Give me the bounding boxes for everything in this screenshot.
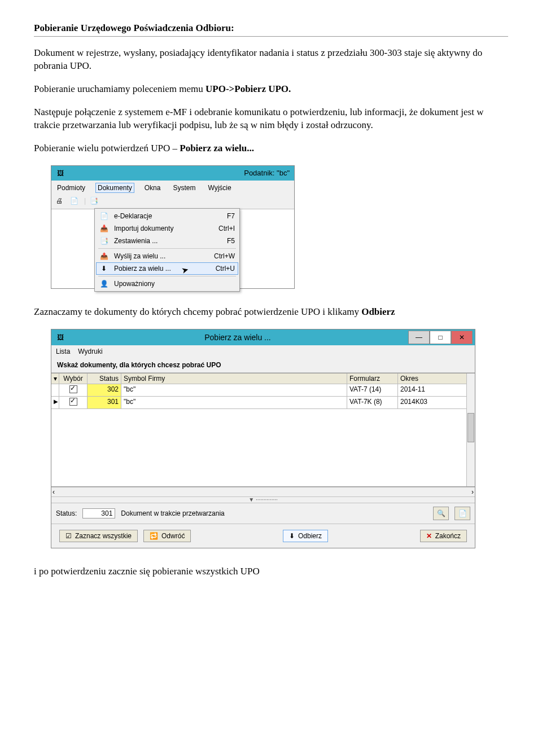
status-text: Dokument w trakcie przetwarzania [121, 509, 224, 517]
menu-item-label: e-Deklaracje [114, 212, 152, 220]
horizontal-scrollbar[interactable]: ‹ › [51, 487, 475, 496]
paragraph-2-bold: UPO->Pobierz UPO. [206, 83, 291, 94]
select-all-button[interactable]: ☑ Zaznacz wszystkie [59, 530, 138, 542]
table-row[interactable]: ▶ 301 "bc" VAT-7K (8) 2014K03 [51, 397, 475, 409]
status-bar: Status: 301 Dokument w trakcie przetwarz… [51, 503, 475, 524]
toolbar: 🖨 📄 | 📑 [51, 195, 294, 209]
app-window-menu: 🖼 Podatnik: "bc" Podmioty Dokumenty Okna… [51, 165, 295, 289]
col-symbol-firmy[interactable]: Symbol Firmy [121, 373, 347, 384]
paragraph-5-bold: Odbierz [361, 306, 395, 317]
cell-form: VAT-7 (14) [347, 384, 398, 397]
vertical-scrollbar[interactable] [466, 373, 475, 486]
menu-wydruki[interactable]: Wydruki [78, 348, 102, 355]
menu-item-label: Wyślij za wielu ... [114, 252, 165, 260]
cell-okres: 2014-11 [398, 384, 475, 397]
close-button[interactable]: ✕ [451, 331, 473, 344]
menu-dokumenty[interactable]: Dokumenty [95, 183, 134, 193]
page-title: Pobieranie Urzędowego Poświadczenia Odbi… [34, 23, 508, 34]
invert-button[interactable]: 🔁 Odwróć [143, 530, 191, 542]
close-icon: ✕ [426, 532, 432, 540]
menu-item-wyslij[interactable]: 📤 Wyślij za wielu ... Ctrl+W [96, 250, 238, 262]
cell-checkbox[interactable] [59, 397, 88, 409]
checkbox-icon[interactable] [69, 385, 77, 393]
menu-item-edeklaracje[interactable]: 📄 e-Deklaracje F7 [96, 210, 238, 222]
menu-separator [98, 276, 236, 276]
row-indicator: ▶ [51, 397, 59, 409]
menu-lista[interactable]: Lista [56, 348, 70, 355]
menu-system[interactable]: System [171, 183, 198, 193]
dialog-title: Pobierz za wielu ... [67, 333, 408, 342]
paragraph-1: Dokument w rejestrze, wysłany, posiadają… [34, 47, 508, 73]
swap-icon: 🔁 [150, 532, 158, 540]
menu-item-label: Pobierz za wielu ... [114, 265, 171, 272]
menu-item-pobierz[interactable]: ⬇ Pobierz za wielu ... Ctrl+U [96, 262, 238, 275]
menu-podmioty[interactable]: Podmioty [55, 183, 88, 193]
menubar: Podmioty Dokumenty Okna System Wyjście [51, 181, 294, 195]
cell-firm: "bc" [121, 397, 347, 409]
menu-wyjscie[interactable]: Wyjście [206, 183, 233, 193]
button-label: Odwróć [161, 532, 185, 540]
status-detail-button[interactable]: 📄 [454, 507, 470, 520]
toolbar-print-icon[interactable]: 🖨 [55, 196, 64, 205]
scroll-left-icon[interactable]: ‹ [53, 488, 55, 496]
user-icon: 👤 [99, 279, 108, 288]
maximize-button[interactable]: □ [430, 331, 451, 344]
dialog-titlebar: 🖼 Pobierz za wielu ... — □ ✕ [51, 329, 475, 345]
menu-item-importuj[interactable]: 📥 Importuj dokumenty Ctrl+I [96, 222, 238, 235]
cell-status: 301 [88, 397, 121, 409]
window-title: Podatnik: "bc" [244, 169, 290, 177]
dialog-icon: 🖼 [56, 333, 65, 342]
cell-form: VAT-7K (8) [347, 397, 398, 409]
toolbar-more-icon[interactable]: 📑 [89, 196, 98, 205]
minimize-button[interactable]: — [408, 331, 430, 344]
close-dialog-button[interactable]: ✕ Zakończ [420, 530, 467, 542]
titlebar: 🖼 Podatnik: "bc" [51, 166, 294, 181]
doc-icon: 📄 [99, 212, 108, 221]
menu-item-label: Upoważniony [114, 280, 155, 288]
col-mark[interactable]: ▾ [51, 373, 59, 384]
menu-okna[interactable]: Okna [142, 183, 163, 193]
paragraph-4-text: Pobieranie wielu potwierdzeń UPO – [34, 143, 180, 153]
send-icon: 📤 [99, 252, 108, 261]
menu-item-shortcut: F5 [227, 237, 235, 245]
app-icon: 🖼 [56, 169, 65, 178]
heading-rule [34, 36, 508, 37]
col-wybor[interactable]: Wybór [59, 373, 88, 384]
row-indicator [51, 384, 59, 397]
menu-separator [98, 248, 236, 249]
col-status[interactable]: Status [88, 373, 121, 384]
paragraph-6: i po potwierdzeniu zacznie się pobierani… [34, 565, 508, 578]
paragraph-5: Zaznaczamy te dokumenty do których chcem… [34, 306, 508, 319]
paragraph-4: Pobieranie wielu potwierdzeń UPO – Pobie… [34, 142, 508, 155]
receive-button[interactable]: ⬇ Odbierz [283, 530, 328, 542]
toolbar-doc-icon[interactable]: 📄 [69, 196, 78, 205]
grid-header: ▾ Wybór Status Symbol Firmy Formularz Ok… [51, 373, 475, 384]
cell-checkbox[interactable] [59, 384, 88, 397]
menu-item-zestawienia[interactable]: 📑 Zestawienia ... F5 [96, 235, 238, 247]
table-row[interactable]: 302 "bc" VAT-7 (14) 2014-11 [51, 384, 475, 397]
cell-status: 302 [88, 384, 121, 397]
paragraph-3: Następuje połączenie z systemem e-MF i o… [34, 106, 508, 132]
paragraph-2-text: Pobieranie uruchamiamy poleceniem memu [34, 83, 206, 94]
col-okres[interactable]: Okres [398, 373, 467, 384]
client-area: 📄 e-Deklaracje F7 📥 Importuj dokumenty C… [51, 209, 294, 288]
download-icon: ⬇ [289, 532, 295, 540]
col-formularz[interactable]: Formularz [347, 373, 398, 384]
scroll-right-icon[interactable]: › [471, 488, 474, 496]
status-search-button[interactable]: 🔍 [433, 507, 449, 520]
cell-okres: 2014K03 [398, 397, 475, 409]
button-bar: ☑ Zaznacz wszystkie 🔁 Odwróć ⬇ Odbierz ✕… [51, 524, 475, 548]
splitter-handle[interactable]: ▼ ·············· [51, 496, 475, 503]
cell-firm: "bc" [121, 384, 347, 397]
dialog-pobierz-za-wielu: 🖼 Pobierz za wielu ... — □ ✕ Lista Wydru… [51, 329, 475, 548]
scroll-thumb[interactable] [467, 413, 474, 442]
menu-item-upowazniony[interactable]: 👤 Upoważniony [96, 278, 238, 290]
download-icon: ⬇ [99, 264, 108, 273]
menu-item-shortcut: Ctrl+U [216, 265, 235, 272]
status-label: Status: [56, 509, 77, 517]
menu-item-label: Importuj dokumenty [114, 225, 173, 232]
import-icon: 📥 [99, 224, 108, 233]
menu-item-label: Zestawienia ... [114, 237, 158, 245]
dialog-instruction: Wskaż dokumenty, dla których chcesz pobr… [51, 358, 475, 373]
checkbox-icon[interactable] [69, 398, 77, 406]
